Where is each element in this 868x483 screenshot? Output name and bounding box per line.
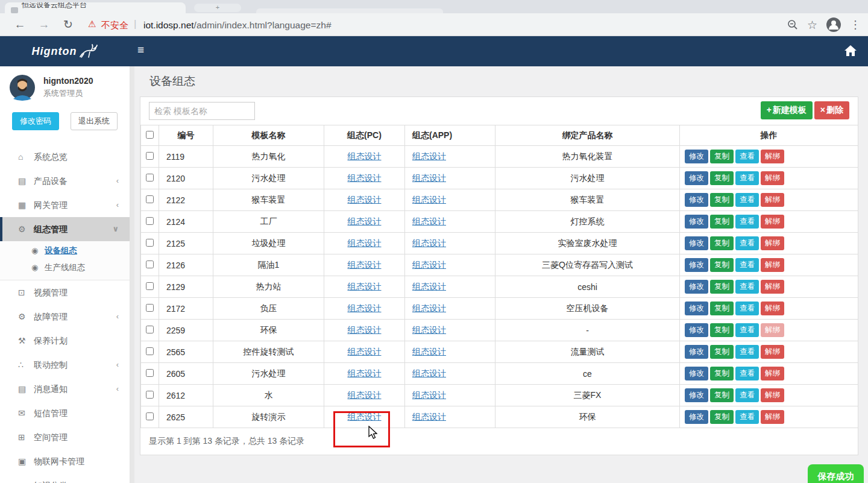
new-template-button[interactable]: +新建模板	[761, 101, 813, 119]
copy-button[interactable]: 复制	[710, 323, 734, 337]
browser-menu-icon[interactable]: ⋮	[850, 18, 861, 31]
modify-button[interactable]: 修改	[685, 258, 708, 272]
pc-config-link[interactable]: 组态设计	[348, 173, 382, 183]
unbind-button[interactable]: 解绑	[761, 150, 784, 163]
modify-button[interactable]: 修改	[685, 236, 708, 250]
copy-button[interactable]: 复制	[710, 171, 734, 185]
sidebar-item-10[interactable]: ⊞空间管理	[0, 425, 130, 449]
brand-logo[interactable]: Hignton	[0, 36, 130, 66]
unbind-button[interactable]: 解绑	[761, 388, 784, 402]
app-config-link[interactable]: 组态设计	[412, 173, 446, 183]
view-button[interactable]: 查看	[735, 280, 759, 294]
unbind-button[interactable]: 解绑	[761, 236, 784, 250]
security-warning-label[interactable]: 不安全	[101, 20, 128, 31]
unbind-button[interactable]: 解绑	[761, 410, 784, 424]
pc-config-link[interactable]: 组态设计	[348, 260, 382, 270]
sidebar-subitem-1[interactable]: ◉生产线组态	[0, 259, 130, 276]
unbind-button[interactable]: 解绑	[761, 345, 784, 359]
sidebar-item-8[interactable]: ▤消息通知‹	[0, 377, 130, 401]
app-config-link[interactable]: 组态设计	[412, 347, 446, 356]
row-checkbox[interactable]	[146, 195, 154, 203]
copy-button[interactable]: 复制	[710, 367, 734, 380]
view-button[interactable]: 查看	[735, 301, 759, 315]
avatar[interactable]	[8, 74, 36, 101]
app-config-link[interactable]: 组态设计	[412, 325, 446, 335]
sidebar-item-3[interactable]: ⚙组态管理∨	[0, 217, 130, 241]
sidebar-item-5[interactable]: ⚙故障管理‹	[0, 305, 130, 329]
app-config-link[interactable]: 组态设计	[412, 216, 446, 226]
app-config-link[interactable]: 组态设计	[412, 303, 446, 313]
modify-button[interactable]: 修改	[685, 301, 708, 315]
pc-config-link[interactable]: 组态设计	[348, 216, 382, 226]
logout-button[interactable]: 退出系统	[71, 112, 118, 130]
modify-button[interactable]: 修改	[685, 323, 708, 337]
sidebar-item-11[interactable]: ▣物联网卡管理	[0, 449, 130, 473]
unbind-button[interactable]: 解绑	[761, 193, 784, 207]
row-checkbox[interactable]	[146, 412, 154, 420]
row-checkbox[interactable]	[146, 326, 154, 333]
view-button[interactable]: 查看	[735, 215, 759, 229]
pc-config-link[interactable]: 组态设计	[348, 368, 382, 378]
view-button[interactable]: 查看	[735, 150, 759, 163]
bookmark-star-icon[interactable]: ☆	[807, 18, 817, 32]
row-checkbox[interactable]	[146, 239, 154, 247]
modify-button[interactable]: 修改	[685, 410, 708, 424]
pc-config-link[interactable]: 组态设计	[348, 325, 382, 335]
row-checkbox[interactable]	[146, 260, 154, 268]
copy-button[interactable]: 复制	[710, 301, 734, 315]
browser-tab[interactable]: 恒远设备云组态平台	[5, 2, 186, 13]
view-button[interactable]: 查看	[735, 388, 759, 402]
app-config-link[interactable]: 组态设计	[412, 390, 446, 400]
unbind-button[interactable]: 解绑	[761, 367, 784, 380]
copy-button[interactable]: 复制	[710, 215, 734, 229]
app-config-link[interactable]: 组态设计	[412, 151, 446, 161]
sidebar-item-7[interactable]: ∴联动控制‹	[0, 353, 130, 377]
view-button[interactable]: 查看	[735, 171, 759, 185]
browser-profile-icon[interactable]	[826, 17, 841, 33]
row-checkbox[interactable]	[146, 369, 154, 377]
view-button[interactable]: 查看	[735, 193, 759, 207]
pc-config-link[interactable]: 组态设计	[348, 195, 382, 204]
copy-button[interactable]: 复制	[710, 410, 734, 424]
unbind-button[interactable]: 解绑	[761, 280, 784, 294]
pc-config-link[interactable]: 组态设计	[348, 282, 382, 291]
modify-button[interactable]: 修改	[685, 367, 708, 380]
view-button[interactable]: 查看	[735, 236, 759, 250]
app-config-link[interactable]: 组态设计	[412, 238, 446, 248]
view-button[interactable]: 查看	[735, 323, 759, 337]
sidebar-item-9[interactable]: ✉短信管理	[0, 401, 130, 425]
copy-button[interactable]: 复制	[710, 280, 734, 294]
sidebar-item-1[interactable]: ▤产品设备‹	[0, 169, 130, 193]
pc-config-link[interactable]: 组态设计	[348, 238, 382, 248]
sidebar-subitem-0[interactable]: ◉设备组态	[0, 242, 130, 259]
row-checkbox[interactable]	[146, 347, 154, 355]
sidebar-item-4[interactable]: ⊡视频管理	[0, 280, 130, 305]
zoom-out-icon[interactable]	[787, 19, 799, 31]
view-button[interactable]: 查看	[735, 345, 759, 359]
unbind-button[interactable]: 解绑	[761, 215, 784, 229]
change-password-button[interactable]: 修改密码	[12, 112, 59, 130]
security-warning-icon[interactable]: ⚠	[88, 19, 96, 30]
view-button[interactable]: 查看	[735, 367, 759, 380]
app-config-link[interactable]: 组态设计	[412, 412, 446, 421]
app-config-link[interactable]: 组态设计	[412, 260, 446, 270]
pc-config-link[interactable]: 组态设计	[348, 390, 382, 400]
modify-button[interactable]: 修改	[685, 345, 708, 359]
address-bar[interactable]: iot.idosp.net/admin/index.html?language=…	[143, 20, 332, 31]
row-checkbox[interactable]	[146, 174, 154, 182]
delete-button[interactable]: ×删除	[814, 101, 849, 119]
app-config-link[interactable]: 组态设计	[412, 368, 446, 378]
reload-icon[interactable]: ↻	[60, 17, 76, 33]
unbind-button[interactable]: 解绑	[761, 301, 784, 315]
pc-config-link[interactable]: 组态设计	[348, 347, 382, 356]
copy-button[interactable]: 复制	[710, 236, 734, 250]
sidebar-item-2[interactable]: ▦网关管理‹	[0, 193, 130, 217]
select-all-checkbox[interactable]	[146, 131, 154, 139]
row-checkbox[interactable]	[146, 282, 154, 290]
app-config-link[interactable]: 组态设计	[412, 282, 446, 291]
view-button[interactable]: 查看	[735, 258, 759, 272]
copy-button[interactable]: 复制	[710, 150, 734, 163]
pc-config-link[interactable]: 组态设计	[348, 303, 382, 313]
pc-config-link[interactable]: 组态设计	[348, 151, 382, 161]
unbind-button[interactable]: 解绑	[761, 258, 784, 272]
